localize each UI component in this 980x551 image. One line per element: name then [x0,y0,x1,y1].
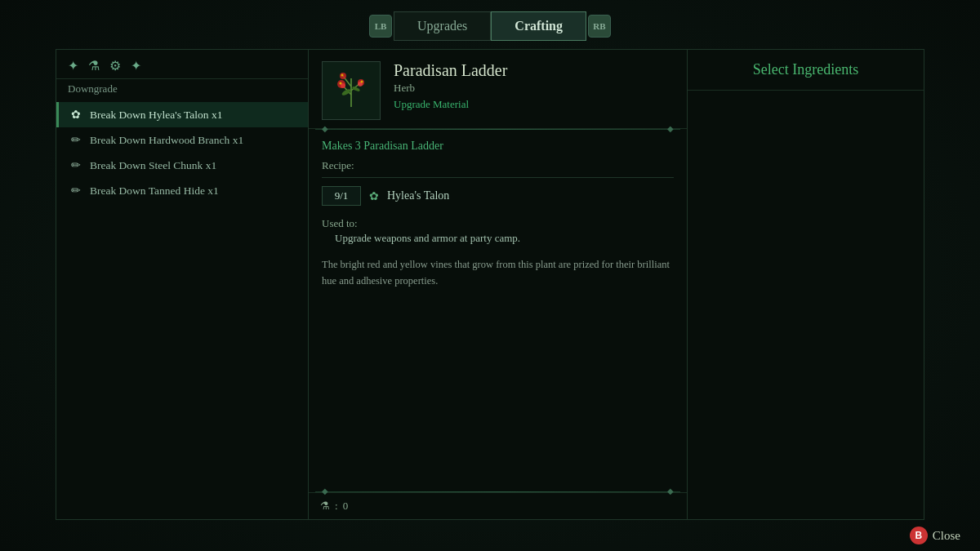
recipe-icon-1: ✏ [69,133,83,147]
recipe-item-2[interactable]: ✏ Break Down Steel Chunk x1 [56,153,308,178]
icon-star[interactable]: ✦ [131,58,141,73]
bottom-strip: ⚗ : 0 [309,492,687,519]
icon-gear[interactable]: ⚙ [109,58,121,73]
bottom-icon: ⚗ [320,500,330,513]
svg-point-11 [341,74,344,77]
ingredient-name: Hylea's Talon [387,189,449,202]
recipe-label: Recipe: [322,159,674,172]
close-label: Close [933,529,960,543]
item-image [322,61,381,120]
item-info: Paradisan Ladder Herb Upgrade Material [394,61,674,111]
recipe-icon-2: ✏ [69,158,83,172]
item-name: Paradisan Ladder [394,61,674,80]
recipe-text-2: Break Down Steel Chunk x1 [90,159,216,172]
used-to-label: Used to: [322,217,674,230]
icon-mortar[interactable]: ⚗ [88,58,100,73]
panel-label: Downgrade [56,79,308,100]
recipe-item-1[interactable]: ✏ Break Down Hardwood Branch x1 [56,127,308,153]
recipe-text-1: Break Down Hardwood Branch x1 [90,134,243,147]
middle-panel: Paradisan Ladder Herb Upgrade Material M… [309,49,688,520]
item-details: Makes 3 Paradisan Ladder Recipe: 9/1 ✿ H… [309,130,687,491]
upgrades-tab[interactable]: Upgrades [394,11,491,41]
left-panel: ✦ ⚗ ⚙ ✦ Downgrade ✿ Break Down Hylea's T… [56,49,309,520]
crafting-tab[interactable]: Crafting [491,11,586,41]
recipe-text-3: Break Down Tanned Hide x1 [90,184,219,198]
lb-button[interactable]: LB [369,15,392,38]
separator-bottom [315,491,680,492]
item-header: Paradisan Ladder Herb Upgrade Material [309,50,687,129]
bottom-count: 0 [343,500,349,513]
ingredient-row: 9/1 ✿ Hylea's Talon [322,186,674,206]
item-category: Upgrade Material [394,98,674,111]
ingredient-icon: ✿ [369,189,379,203]
svg-point-10 [361,81,363,83]
recipe-icon-0: ✿ [69,108,83,122]
used-to-text: Upgrade weapons and armor at party camp. [322,232,674,245]
used-to-section: Used to: Upgrade weapons and armor at pa… [322,217,674,245]
right-panel-header: Select Ingredients [688,50,924,91]
description-text: The bright red and yellow vines that gro… [322,256,674,289]
panel-icons: ✦ ⚗ ⚙ ✦ [56,50,308,79]
item-type: Herb [394,82,674,95]
close-button[interactable]: B Close [910,527,960,544]
top-nav: LB Upgrades Crafting RB [0,0,980,49]
bottom-bar: B Close [0,520,980,551]
main-container: LB Upgrades Crafting RB ✦ ⚗ ⚙ ✦ Downgrad… [0,0,980,551]
recipe-icon-3: ✏ [69,184,83,198]
separator-top [315,129,680,130]
content-area: ✦ ⚗ ⚙ ✦ Downgrade ✿ Break Down Hylea's T… [0,49,980,520]
recipe-item-0[interactable]: ✿ Break Down Hylea's Talon x1 [56,102,308,127]
b-icon: B [910,527,928,544]
right-panel: Select Ingredients [688,49,924,520]
recipe-list: ✿ Break Down Hylea's Talon x1 ✏ Break Do… [56,100,308,519]
recipe-item-3[interactable]: ✏ Break Down Tanned Hide x1 [56,178,308,203]
rb-button[interactable]: RB [588,15,611,38]
svg-point-9 [340,82,342,85]
quantity-box: 9/1 [322,186,361,206]
recipe-text-0: Break Down Hylea's Talon x1 [90,109,222,122]
makes-text: Makes 3 Paradisan Ladder [322,140,674,153]
right-panel-content [688,91,924,519]
recipe-separator [322,177,674,178]
icon-cross[interactable]: ✦ [68,58,78,73]
bottom-colon: : [335,500,338,513]
